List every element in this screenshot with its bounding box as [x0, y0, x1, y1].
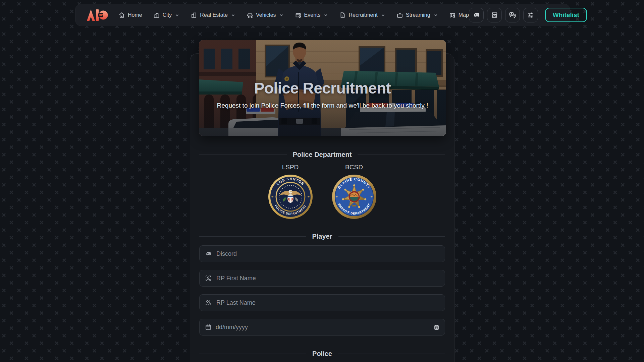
sliders-icon	[527, 11, 534, 19]
section-title: Police Department	[293, 151, 352, 159]
events-icon	[295, 12, 302, 18]
nav-item-real-estate[interactable]: Real Estate	[191, 12, 235, 18]
divider-line	[199, 155, 287, 155]
recruitment-icon	[339, 12, 346, 18]
city-icon	[153, 12, 160, 18]
chevron-down-icon	[433, 13, 438, 17]
nav-label: Recruitment	[348, 12, 377, 18]
birthdate-placeholder: dd/mm/yyyy	[216, 324, 430, 331]
brand-tag: RP	[99, 13, 103, 17]
department-label: BCSD	[345, 164, 363, 171]
date-picker-icon[interactable]	[434, 324, 439, 330]
discord-field[interactable]	[199, 245, 445, 262]
divider-line	[358, 155, 445, 155]
nav-label: Streaming	[406, 12, 430, 18]
department-option-bcsd[interactable]: BCSD BLAINE COUNTY SHERIFF DEPARTMENT	[329, 164, 379, 219]
first-name-field[interactable]	[199, 270, 445, 287]
discord-button[interactable]	[469, 8, 484, 22]
bcsd-seal: BLAINE COUNTY SHERIFF DEPARTMENT	[332, 174, 377, 219]
department-option-lspd[interactable]: LSPD LOS SANTOS POLICE DEP	[265, 164, 316, 219]
hero-subtitle: Request to join Police Forces, fill the …	[217, 102, 428, 109]
discord-icon	[205, 250, 212, 257]
last-name-input[interactable]	[216, 299, 439, 307]
first-name-input[interactable]	[216, 275, 439, 282]
nav-label: City	[163, 12, 172, 18]
divider-line	[199, 236, 306, 237]
lspd-seal: LOS SANTOS POLICE DEPARTMENT	[268, 174, 313, 219]
nav-item-vehicles[interactable]: Vehicles	[247, 12, 284, 18]
nav-label: Vehicles	[256, 12, 276, 18]
navbar: AIO RP Home City	[75, 4, 570, 26]
department-label: LSPD	[282, 164, 299, 171]
chevron-down-icon	[175, 13, 179, 17]
home-icon	[118, 12, 125, 18]
recruitment-card: Police Recruitment Request to join Polic…	[190, 53, 454, 362]
section-heading-player: Player	[199, 232, 445, 240]
nav-label: Home	[128, 12, 142, 18]
vehicles-icon	[247, 12, 253, 18]
hero-banner: Police Recruitment Request to join Polic…	[199, 40, 446, 136]
nav-item-streaming[interactable]: Streaming	[396, 12, 438, 18]
streaming-icon	[396, 12, 403, 18]
discord-icon	[472, 11, 480, 19]
real-estate-icon	[191, 12, 197, 18]
department-options: LSPD LOS SANTOS POLICE DEP	[199, 164, 445, 219]
section-heading-police-department: Police Department	[199, 150, 445, 159]
users-icon	[205, 299, 212, 306]
nav-item-events[interactable]: Events	[295, 12, 328, 18]
chevron-down-icon	[323, 13, 328, 17]
birthdate-field[interactable]: dd/mm/yyyy	[199, 319, 445, 336]
divider-line	[338, 236, 445, 237]
store-icon	[491, 11, 498, 19]
chevron-down-icon	[381, 13, 385, 17]
translate-button[interactable]	[505, 8, 520, 22]
nav-label: Map	[459, 12, 469, 18]
chevron-down-icon	[279, 13, 284, 17]
discord-input[interactable]	[216, 250, 439, 258]
brand-logo[interactable]: AIO RP	[86, 9, 108, 21]
divider-line	[199, 354, 306, 354]
aio-logo-icon: RP	[86, 9, 108, 21]
nav-label: Real Estate	[200, 12, 228, 18]
user-scan-icon	[205, 275, 212, 282]
hero-title: Police Recruitment	[254, 79, 391, 97]
calendar-icon	[205, 324, 212, 330]
nav-item-map[interactable]: Map	[449, 12, 469, 18]
nav-item-city[interactable]: City	[153, 12, 180, 18]
main-nav: Home City Real Estate Vehicles	[118, 12, 469, 18]
section-title: Player	[312, 233, 332, 240]
hero-text-overlay: Police Recruitment Request to join Polic…	[199, 40, 446, 136]
nav-item-recruitment[interactable]: Recruitment	[339, 12, 385, 18]
chevron-down-icon	[231, 13, 235, 17]
settings-sliders-button[interactable]	[523, 8, 538, 22]
map-icon	[449, 12, 456, 18]
nav-label: Events	[304, 12, 321, 18]
nav-item-home[interactable]: Home	[118, 12, 142, 18]
navbar-actions: Whitelist	[469, 8, 587, 22]
store-button[interactable]	[487, 8, 502, 22]
last-name-field[interactable]	[199, 294, 445, 311]
divider-line	[338, 354, 445, 354]
translate-icon	[509, 11, 516, 19]
section-heading-police: Police	[199, 350, 445, 358]
whitelist-button[interactable]: Whitelist	[545, 8, 587, 22]
section-title: Police	[312, 350, 332, 358]
